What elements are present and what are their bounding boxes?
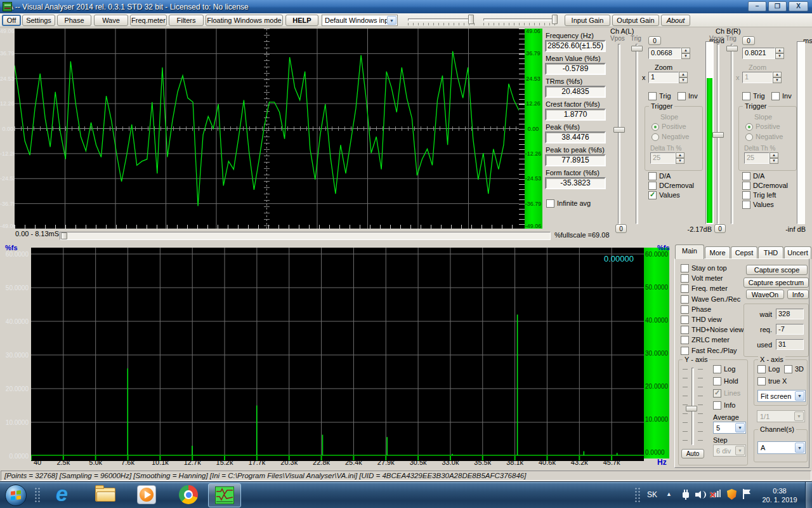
y-axis-info-checkbox[interactable] xyxy=(713,401,721,410)
tray-clock[interactable]: 0:3820. 1. 2019 xyxy=(760,486,799,505)
minimize-button[interactable]: – xyxy=(748,1,766,11)
chA-zoom-spinner-down[interactable]: ▼ xyxy=(679,77,688,83)
tab-main[interactable]: Main xyxy=(675,244,704,259)
output-gain-button[interactable]: Output Gain xyxy=(612,15,659,26)
y-axis-hold-checkbox[interactable] xyxy=(713,377,721,385)
show-desktop-button[interactable] xyxy=(805,482,812,508)
chB-delta-spinner-up[interactable]: ▲ xyxy=(769,152,778,158)
scope-h-scrollbar-thumb[interactable] xyxy=(61,232,67,239)
main-checkbox-zrlc-meter[interactable] xyxy=(681,336,689,344)
toolbar-button-wave[interactable]: Wave xyxy=(94,15,128,26)
chB-dcremoval-checkbox[interactable] xyxy=(742,182,750,190)
chA-trig-slider-thumb[interactable] xyxy=(631,46,643,51)
chA-d-a-checkbox[interactable] xyxy=(648,172,657,180)
tray-volume-icon[interactable] xyxy=(695,490,707,500)
chB-delta-spinner[interactable]: 25 xyxy=(744,152,769,164)
chB-trig-slider-thumb[interactable] xyxy=(726,46,738,51)
taskbar-item-explorer[interactable] xyxy=(95,486,117,504)
tab-thd[interactable]: THD xyxy=(758,246,783,259)
main-checkbox-thd-view[interactable] xyxy=(681,316,689,324)
tray-language[interactable]: SK xyxy=(647,490,657,499)
chA-delta-spinner-down[interactable]: ▼ xyxy=(676,158,684,164)
tab-cepst[interactable]: Cepst xyxy=(731,246,757,259)
truex-checkbox[interactable] xyxy=(757,377,766,385)
chA-msdiv-spinner-down[interactable]: ▼ xyxy=(681,53,690,59)
chB-msdiv-spinner-up[interactable]: ▲ xyxy=(775,48,784,53)
chA-delta-spinner-up[interactable]: ▲ xyxy=(676,152,684,158)
step-combo[interactable]: 6 div▼ xyxy=(713,444,746,457)
chA-zoom-spinner-up[interactable]: ▲ xyxy=(679,72,688,77)
ratio-combo[interactable]: 1/1▼ xyxy=(757,410,805,422)
toolbar-button-off[interactable]: Off xyxy=(2,15,21,26)
chB-slope-positive-radio[interactable] xyxy=(745,123,753,131)
info-button[interactable]: Info xyxy=(787,290,809,299)
chB-msdiv-spinner-spin-buttons[interactable]: ▲▼ xyxy=(775,48,784,59)
tray-power-icon[interactable] xyxy=(681,490,691,500)
chB-zoom-spinner-up[interactable]: ▲ xyxy=(773,72,782,77)
chA-slope-positive-radio[interactable] xyxy=(652,123,659,131)
step-combo-arrow-icon[interactable]: ▼ xyxy=(735,446,745,455)
main-checkbox-freq-meter[interactable] xyxy=(681,284,689,293)
fit-screen-combo[interactable]: Fit screen▼ xyxy=(757,390,806,402)
chA-vpos-slider-track[interactable] xyxy=(618,44,620,224)
scope-h-scrollbar[interactable] xyxy=(60,232,551,240)
chB-trig-slider-track[interactable] xyxy=(731,44,733,224)
tray-network-icon[interactable]: ✕ xyxy=(710,490,722,500)
channels-combo-arrow-icon[interactable]: ▼ xyxy=(795,443,804,453)
chA-vpos-slider-thumb[interactable] xyxy=(613,127,625,133)
chA-msdiv-spinner[interactable]: 0.0668 xyxy=(648,48,681,59)
tray-flag-icon[interactable] xyxy=(742,489,751,500)
y-axis-slider-thumb[interactable] xyxy=(686,406,697,411)
y-axis-lines-checkbox[interactable] xyxy=(713,389,721,398)
tab-more[interactable]: More xyxy=(705,246,730,259)
ratio-combo-arrow-icon[interactable]: ▼ xyxy=(794,411,804,421)
chA-delta-spinner[interactable]: 25 xyxy=(650,152,676,164)
input-gain-button[interactable]: Input Gain xyxy=(565,15,610,26)
toolbar-button-help[interactable]: HELP xyxy=(285,15,318,26)
start-button[interactable] xyxy=(5,485,27,506)
output-gain-slider-thumb[interactable] xyxy=(552,15,558,24)
channels-combo[interactable]: A▼ xyxy=(757,441,806,454)
chB-inv-checkbox[interactable] xyxy=(771,92,780,100)
chA-trig-checkbox[interactable] xyxy=(648,92,657,100)
x-axis-log-checkbox[interactable] xyxy=(757,365,766,373)
chA-msdiv-spinner-spin-buttons[interactable]: ▲▼ xyxy=(681,48,690,59)
chA-zoom-spinner-spin-buttons[interactable]: ▲▼ xyxy=(679,72,688,83)
input-device-combo-arrow-icon[interactable]: ▼ xyxy=(387,16,396,25)
fit-screen-combo-arrow-icon[interactable]: ▼ xyxy=(795,391,804,401)
chB-trig-checkbox[interactable] xyxy=(742,92,750,100)
chB-values-checkbox[interactable] xyxy=(742,201,750,209)
taskbar-item-ie[interactable]: e xyxy=(56,485,76,505)
chB-slope-negative-radio[interactable] xyxy=(745,133,753,141)
input-gain-slider-track[interactable] xyxy=(408,18,474,21)
chA-dcremoval-checkbox[interactable] xyxy=(648,182,657,190)
y-axis-log-checkbox[interactable] xyxy=(713,365,721,373)
chB-zero-button-top[interactable]: 0 xyxy=(742,36,755,45)
input-device-combo[interactable]: Default Windows inp▼ xyxy=(322,15,398,26)
output-gain-slider-track[interactable] xyxy=(483,18,558,21)
tab-uncert[interactable]: Uncert xyxy=(784,246,811,259)
chB-msdiv-spinner-down[interactable]: ▼ xyxy=(775,53,784,59)
chB-msdiv-spinner[interactable]: 0.8021 xyxy=(742,48,775,59)
average-combo[interactable]: 5▼ xyxy=(713,422,746,434)
close-button[interactable]: X xyxy=(789,1,808,11)
chB-zero-button-bottom[interactable]: 0 xyxy=(714,224,726,233)
toolbar-button-freq-meter[interactable]: Freq.meter xyxy=(130,15,167,26)
chA-slope-negative-radio[interactable] xyxy=(652,133,659,141)
waveon-button[interactable]: WaveOn xyxy=(746,290,784,299)
chA-msdiv-spinner-up[interactable]: ▲ xyxy=(681,48,690,53)
chA-zoom-spinner[interactable]: 1 xyxy=(648,72,679,83)
chA-zero-button-top[interactable]: 0 xyxy=(648,36,661,45)
main-checkbox-stay-on-top[interactable] xyxy=(681,264,689,272)
chB-delta-spinner-down[interactable]: ▼ xyxy=(769,158,778,164)
taskbar-item-chrome[interactable] xyxy=(179,485,199,505)
tray-expand-icon[interactable]: ▲ xyxy=(666,491,672,497)
main-checkbox-volt-meter[interactable] xyxy=(681,274,689,283)
chA-delta-spinner-spin-buttons[interactable]: ▲▼ xyxy=(676,152,684,164)
toolbar-button-settings[interactable]: Settings xyxy=(22,15,55,26)
x-axis-3d-checkbox[interactable] xyxy=(784,365,792,373)
chA-values-checkbox[interactable] xyxy=(648,191,657,199)
chB-zoom-spinner[interactable]: 1 xyxy=(742,72,773,83)
main-checkbox-fast-rec-play[interactable] xyxy=(681,347,689,355)
toolbar-button-floating-windows-mode[interactable]: Floating Windows mode xyxy=(206,15,283,26)
